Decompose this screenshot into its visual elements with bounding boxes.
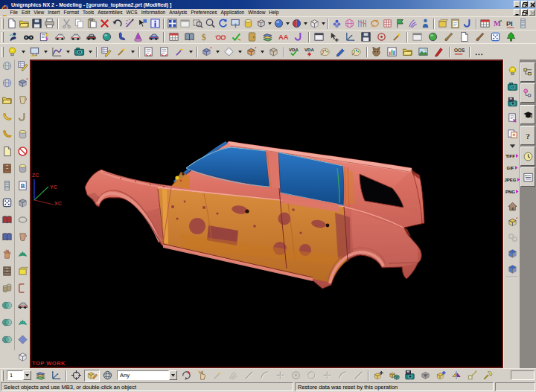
cab-car-icon[interactable]	[16, 299, 29, 311]
vehicle-dark-icon[interactable]	[83, 31, 99, 43]
dropdown-arrow-icon[interactable]	[21, 46, 26, 58]
box-blue-plus-icon[interactable]	[433, 370, 449, 382]
close-button[interactable]	[529, 1, 535, 7]
image-clip-icon[interactable]	[36, 31, 52, 43]
help-tab-tab[interactable]: ?	[520, 126, 535, 145]
cubes-pair-icon[interactable]	[386, 370, 402, 382]
dropdown-arrow-icon[interactable]	[188, 46, 194, 58]
dropdown-arrow-icon[interactable]	[215, 46, 220, 58]
window-gray-icon[interactable]	[409, 31, 425, 43]
role-human-icon[interactable]	[5, 31, 21, 43]
export-png-button[interactable]: PNG	[505, 189, 519, 194]
toolbar-grip[interactable]	[1, 47, 4, 57]
more-options-icon[interactable]	[472, 46, 485, 58]
wedge-yellow-icon[interactable]	[16, 265, 29, 277]
knowledge-fusion-tab[interactable]	[520, 105, 535, 124]
folder-yellow-icon[interactable]	[1, 94, 14, 106]
toolbar-grip[interactable]	[1, 32, 4, 42]
check-pen-icon[interactable]	[229, 31, 244, 43]
page-yellow-icon[interactable]	[1, 145, 14, 157]
window-bw-icon[interactable]	[311, 31, 327, 43]
history-clock-tab[interactable]	[520, 147, 535, 166]
move-object-icon[interactable]: M	[491, 18, 504, 30]
hat-cyan-icon[interactable]	[16, 316, 29, 328]
box-3d-gray-icon[interactable]	[16, 77, 29, 89]
measure-icon[interactable]: PI	[504, 18, 517, 30]
folder-small-icon[interactable]	[401, 46, 414, 58]
claw-tool-icon[interactable]	[406, 18, 419, 30]
zoom-icon[interactable]	[204, 18, 217, 30]
text-aa-icon[interactable]: AA	[275, 31, 291, 43]
wireframe-display-icon[interactable]	[308, 18, 321, 30]
apple-green-icon[interactable]	[425, 31, 441, 43]
snap-point2-icon[interactable]	[319, 370, 335, 382]
table-red-icon[interactable]	[166, 31, 182, 43]
sphere-wire-1-icon[interactable]	[1, 60, 14, 71]
cylinder-1-icon[interactable]	[16, 128, 29, 140]
snap-crosshair-icon[interactable]	[68, 370, 84, 382]
dice-blue-icon[interactable]	[488, 31, 503, 43]
shaded-display-icon[interactable]	[272, 18, 285, 30]
vda-plus-icon[interactable]: VDA	[302, 46, 316, 58]
paste-icon[interactable]	[86, 18, 98, 30]
cup-icon[interactable]	[16, 94, 29, 106]
layer-combo-value[interactable]: 1	[7, 370, 23, 380]
curve-tool-1-icon[interactable]	[1, 111, 14, 123]
wand-tool-icon[interactable]	[389, 31, 405, 43]
bracket-icon[interactable]	[16, 282, 29, 294]
cube-tan-icon[interactable]	[267, 46, 280, 58]
print-icon[interactable]	[43, 18, 56, 30]
export-gif-button[interactable]: GIF	[507, 165, 518, 170]
selection-filter-combo-dropdown-icon[interactable]	[169, 370, 177, 380]
book-gray-icon[interactable]	[182, 31, 197, 43]
menu-insert[interactable]: Insert	[46, 9, 62, 16]
minimize-button[interactable]	[514, 1, 520, 7]
currency-icon[interactable]: $	[197, 31, 213, 43]
layer-combo-dropdown-icon[interactable]	[23, 370, 31, 380]
vehicle-blue-icon[interactable]	[146, 31, 162, 43]
menu-preferences[interactable]: Preferences	[189, 9, 219, 16]
oval-gray-icon[interactable]	[16, 213, 29, 225]
expand-more-icon[interactable]	[505, 144, 519, 149]
wrench-icon[interactable]	[480, 370, 496, 382]
binoculars-icon[interactable]	[21, 31, 36, 43]
dropdown-arrow-icon[interactable]	[321, 18, 326, 30]
menu-edit[interactable]: Edit	[19, 9, 31, 16]
mdi-document-icon[interactable]	[1, 10, 8, 16]
tool-gray-2-icon[interactable]	[226, 370, 241, 382]
refresh-view-icon[interactable]	[217, 18, 229, 30]
snap-plus-icon[interactable]	[272, 370, 288, 382]
menu-assemblies[interactable]: Assemblies	[96, 9, 124, 16]
menu-analysis[interactable]: Analysis	[168, 9, 189, 16]
camera-capture-icon[interactable]	[72, 46, 86, 58]
menu-file[interactable]: File	[8, 9, 19, 16]
menu-view[interactable]: View	[32, 9, 46, 16]
hook-purple-icon[interactable]	[291, 31, 307, 43]
venn-teal-1-icon[interactable]	[1, 299, 14, 311]
snap-intersection-icon[interactable]	[351, 370, 366, 382]
dropdown-arrow-icon[interactable]	[88, 46, 93, 58]
snap-arc-icon[interactable]	[257, 370, 272, 382]
square-wand-icon[interactable]	[465, 370, 480, 382]
grid-pencil-icon[interactable]	[99, 46, 112, 58]
book-red-icon[interactable]	[1, 213, 14, 225]
sheet-dots-icon[interactable]	[157, 46, 170, 58]
mdi-close-button[interactable]	[529, 9, 535, 16]
export-image-icon[interactable]	[505, 112, 519, 123]
wireframe-cube-icon[interactable]	[255, 18, 267, 30]
menu-information[interactable]: Information	[139, 9, 168, 16]
sheet-arrows-icon[interactable]	[141, 46, 155, 58]
cat-face-icon[interactable]	[369, 46, 383, 58]
hand-stamp-icon[interactable]	[1, 248, 14, 260]
camera-gray-icon[interactable]	[418, 370, 433, 382]
zoom-in-out-icon[interactable]	[179, 18, 191, 30]
undo-icon[interactable]	[111, 18, 124, 30]
assembly-navigator-tab[interactable]	[520, 62, 535, 82]
doc-b-icon[interactable]: B	[16, 179, 29, 191]
find-object-icon[interactable]	[374, 31, 389, 43]
export-jpeg-button[interactable]: JPEG	[505, 177, 520, 182]
system-list-tab[interactable]	[520, 167, 535, 187]
glasses-red-icon[interactable]	[213, 31, 229, 43]
copy-layout-icon[interactable]	[505, 128, 519, 139]
selection-filter-combo-value[interactable]: Any	[117, 370, 169, 380]
